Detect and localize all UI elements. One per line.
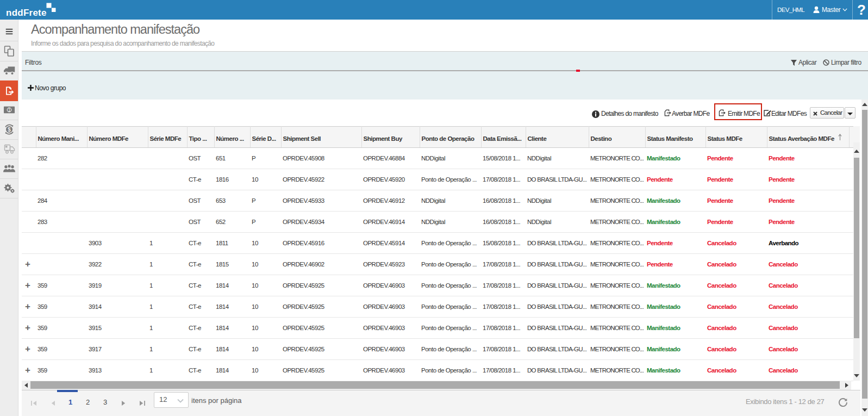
svg-text:1: 1 — [8, 107, 10, 113]
svg-text:$: $ — [8, 127, 11, 133]
